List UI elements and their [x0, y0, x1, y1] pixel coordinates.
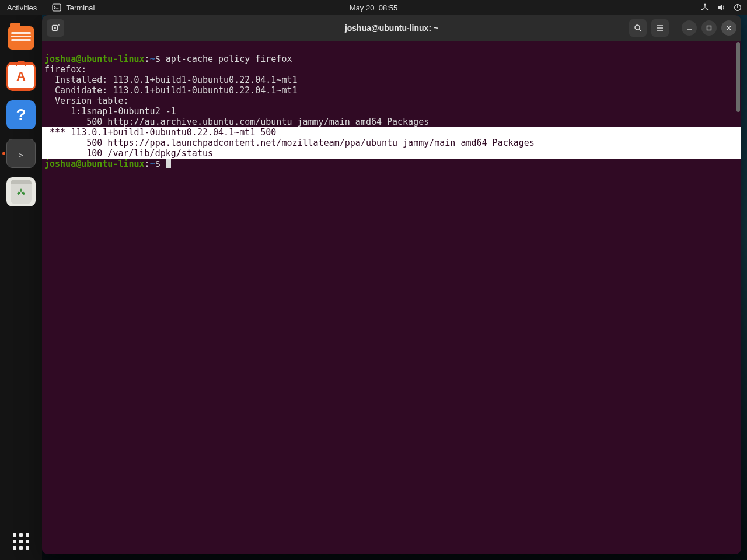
terminal-titlebar[interactable]: joshua@ubuntu-linux: ~ — [42, 15, 741, 41]
terminal-window: joshua@ubuntu-linux: ~ joshua@ubuntu-lin… — [42, 15, 741, 554]
output-line-highlight: 100 /var/lib/dpkg/status — [42, 148, 741, 159]
output-line-highlight: 500 https://ppa.launchpadcontent.net/moz… — [42, 138, 741, 148]
search-button[interactable] — [629, 19, 647, 37]
prompt-dollar: $ — [155, 159, 166, 169]
gnome-top-panel: Activities Terminal May 20 08:55 — [0, 0, 747, 15]
activities-button[interactable]: Activities — [5, 2, 39, 13]
dock: ? >_ — [0, 15, 42, 560]
command-text: apt-cache policy firefox — [166, 54, 292, 64]
cursor-icon — [166, 159, 171, 168]
svg-rect-10 — [707, 26, 711, 30]
app-menu-label: Terminal — [66, 4, 95, 12]
clock[interactable]: May 20 08:55 — [350, 4, 397, 12]
hamburger-menu-button[interactable] — [651, 19, 669, 37]
prompt-user-host: joshua@ubuntu-linux — [44, 54, 145, 64]
window-title: joshua@ubuntu-linux: ~ — [345, 23, 438, 33]
terminal-body[interactable]: joshua@ubuntu-linux:~$ apt-cache policy … — [42, 41, 741, 554]
terminal-small-icon — [52, 3, 61, 12]
prompt-dollar: $ — [155, 54, 166, 64]
dock-files[interactable] — [6, 23, 36, 52]
app-menu[interactable]: Terminal — [50, 2, 97, 13]
help-icon: ? — [16, 106, 26, 124]
trash-icon — [11, 180, 32, 204]
output-line: 500 http://au.archive.ubuntu.com/ubuntu … — [44, 117, 429, 127]
prompt-cwd: ~ — [150, 159, 155, 169]
output-line: Installed: 113.0.1+build1-0ubuntu0.22.04… — [44, 75, 297, 85]
prompt-colon: : — [145, 159, 150, 169]
svg-point-7 — [635, 25, 640, 30]
close-button[interactable] — [721, 20, 736, 36]
output-line: Version table: — [44, 96, 129, 106]
dock-terminal[interactable]: >_ — [6, 139, 36, 168]
minimize-button[interactable] — [682, 20, 697, 36]
scrollbar-thumb[interactable] — [736, 42, 740, 112]
software-icon — [8, 65, 34, 88]
volume-icon[interactable] — [717, 3, 726, 12]
output-line: Candidate: 113.0.1+build1-0ubuntu0.22.04… — [44, 85, 297, 96]
prompt-cwd: ~ — [150, 54, 155, 64]
new-tab-button[interactable] — [47, 19, 64, 37]
show-applications-button[interactable] — [13, 533, 29, 550]
terminal-icon: >_ — [19, 151, 27, 159]
terminal-scrollbar[interactable] — [735, 41, 741, 554]
dock-ubuntu-software[interactable] — [6, 62, 36, 91]
network-icon[interactable] — [700, 3, 710, 12]
prompt-user-host: joshua@ubuntu-linux — [44, 159, 145, 169]
dock-help[interactable]: ? — [6, 100, 36, 130]
prompt-colon: : — [145, 54, 150, 64]
output-line: 1:1snap1-0ubuntu2 -1 — [44, 106, 176, 117]
output-line-highlight: *** 113.0.1+build1-0ubuntu0.22.04.1~mt1 … — [42, 127, 741, 138]
output-line: firefox: — [44, 64, 86, 75]
maximize-button[interactable] — [701, 20, 717, 36]
dock-trash[interactable] — [6, 177, 36, 206]
running-indicator-icon — [2, 152, 5, 155]
power-icon[interactable] — [733, 3, 742, 12]
svg-rect-0 — [53, 4, 61, 11]
files-icon — [8, 26, 34, 50]
svg-line-8 — [639, 29, 641, 31]
